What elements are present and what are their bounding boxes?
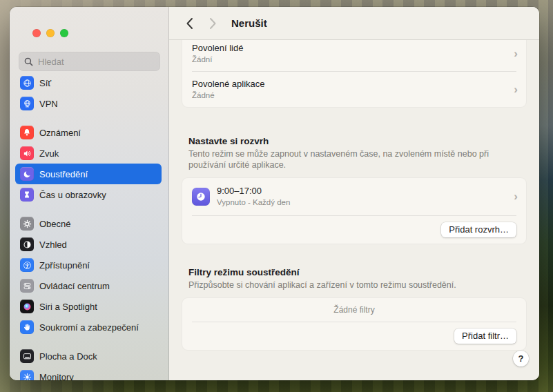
sidebar-item-label: Síť (39, 78, 51, 88)
sidebar-item-oznameni[interactable]: Oznámení (15, 122, 162, 143)
screen-time-hourglass-icon (20, 188, 34, 202)
search-icon (24, 57, 33, 66)
clock-icon (192, 188, 210, 206)
chevron-right-icon: › (514, 47, 518, 59)
sidebar-item-label: Obecné (39, 219, 71, 229)
sidebar-item-zpristupneni[interactable]: Zpřístupnění (15, 255, 162, 275)
accessibility-person-icon (20, 258, 34, 272)
schedule-item-row[interactable]: 9:00–17:00 Vypnuto - Každý den › (182, 178, 526, 215)
allowed-apps-row[interactable]: Povolené aplikace Žádné › (182, 72, 526, 107)
sidebar-item-label: Soustředění (39, 169, 88, 179)
sidebar-item-label: VPN (39, 99, 58, 109)
sidebar-item-vzhled[interactable]: Vzhled (15, 234, 162, 255)
allowed-card: Povolení lidé Žádní › Povolené aplikace … (182, 40, 527, 108)
sidebar-item-ovladaci-centrum[interactable]: Ovládací centrum (15, 275, 162, 296)
chevron-right-icon: › (514, 83, 518, 95)
sidebar-item-monitory[interactable]: Monitory (15, 366, 162, 380)
sidebar-item-label: Zpřístupnění (39, 260, 90, 271)
page-title: Nerušit (231, 17, 267, 29)
sound-speaker-icon (20, 146, 34, 160)
sidebar-group: Plocha a DockMonitory (15, 346, 162, 380)
sidebar-item-vpn[interactable]: VPN (15, 93, 162, 114)
filters-section-heading: Filtry režimu soustředění (188, 267, 520, 277)
zoom-button[interactable] (60, 29, 68, 37)
row-title: Povolené aplikace (192, 78, 505, 90)
window-controls (32, 29, 68, 37)
filters-card: Žádné filtry Přidat filtr… (182, 297, 527, 351)
sidebar-item-label: Zvuk (39, 148, 59, 159)
general-gear-icon (20, 217, 34, 231)
chevron-right-icon: › (514, 190, 518, 202)
desktop-dock-icon (20, 349, 34, 363)
system-settings-window: SíťVPNOznámeníZvukSoustředěníČas u obraz… (10, 7, 539, 380)
help-button[interactable]: ? (513, 351, 529, 366)
sidebar-item-sit[interactable]: Síť (15, 72, 162, 93)
sidebar-item-obecne[interactable]: Obecné (15, 213, 162, 234)
add-schedule-button[interactable]: Přidat rozvrh… (441, 222, 516, 237)
search-field[interactable] (19, 52, 160, 71)
settings-content: Povolení lidé Žádní › Povolené aplikace … (169, 40, 539, 380)
sidebar-item-plocha-a-dock[interactable]: Plocha a Dock (15, 346, 162, 366)
schedule-section-heading: Nastavte si rozvrh (188, 136, 520, 146)
sidebar-item-zvuk[interactable]: Zvuk (15, 143, 162, 164)
allowed-people-row[interactable]: Povolení lidé Žádní › (182, 40, 526, 71)
focus-moon-icon (20, 167, 34, 181)
sidebar-group: ObecnéVzhledZpřístupněníOvládací centrum… (15, 213, 162, 337)
control-center-toggles-icon (20, 279, 34, 293)
sidebar-group: OznámeníZvukSoustředěníČas u obrazovky (15, 122, 162, 205)
filters-empty-label: Žádné filtry (182, 298, 526, 322)
row-subtitle: Žádní (192, 55, 505, 65)
privacy-hand-icon (20, 320, 34, 334)
sidebar-item-cas-u-obrazovky[interactable]: Čas u obrazovky (15, 184, 162, 205)
schedule-status: Vypnuto - Každý den (217, 197, 290, 208)
siri-orb-icon (20, 300, 34, 313)
chevron-right-icon (209, 17, 217, 30)
row-title: Povolení lidé (192, 42, 505, 54)
sidebar-item-soukromi-a-zabezpeceni[interactable]: Soukromí a zabezpečení (15, 317, 162, 337)
schedule-section-description: Tento režim se může zapnout v nastaveném… (188, 148, 520, 170)
schedule-button-row: Přidat rozvrh… (182, 216, 526, 244)
sidebar-item-label: Siri a Spotlight (39, 302, 97, 312)
main-panel: Nerušit Povolení lidé Žádní › Povolené a… (169, 7, 539, 380)
sidebar-item-label: Oznámení (39, 128, 81, 138)
sidebar-item-siri-a-spotlight[interactable]: Siri a Spotlight (15, 296, 162, 317)
network-globe-icon (20, 76, 34, 90)
notifications-bell-icon (20, 126, 34, 139)
sidebar-nav: SíťVPNOznámeníZvukSoustředěníČas u obraz… (15, 72, 162, 380)
add-filter-button[interactable]: Přidat filtr… (454, 329, 516, 344)
forward-button[interactable] (205, 14, 220, 32)
minimize-button[interactable] (46, 29, 55, 37)
sidebar-item-label: Vzhled (39, 239, 67, 250)
sidebar: SíťVPNOznámeníZvukSoustředěníČas u obraz… (10, 7, 169, 380)
chevron-left-icon (186, 17, 193, 30)
sidebar-item-label: Ovládací centrum (39, 281, 110, 291)
schedule-time: 9:00–17:00 (217, 186, 290, 197)
sidebar-group: SíťVPN (15, 72, 162, 114)
sidebar-item-label: Monitory (39, 372, 74, 381)
titlebar: Nerušit (169, 7, 539, 40)
row-subtitle: Žádné (192, 90, 505, 101)
displays-brightness-icon (20, 370, 34, 380)
schedule-card: 9:00–17:00 Vypnuto - Každý den › Přidat … (182, 177, 527, 244)
sidebar-item-label: Soukromí a zabezpečení (39, 322, 139, 333)
back-button[interactable] (182, 14, 197, 32)
sidebar-item-soustredeni[interactable]: Soustředění (15, 164, 162, 184)
sidebar-item-label: Plocha a Dock (39, 351, 97, 362)
filters-section-description: Přizpůsobte si chování aplikací a zaříze… (188, 280, 520, 291)
search-input[interactable] (37, 56, 155, 68)
sidebar-item-label: Čas u obrazovky (39, 190, 106, 200)
close-button[interactable] (32, 29, 41, 37)
filters-button-row: Přidat filtr… (182, 322, 526, 350)
desktop-wallpaper: SíťVPNOznámeníZvukSoustředěníČas u obraz… (0, 0, 553, 392)
appearance-contrast-icon (20, 237, 34, 251)
vpn-globe-icon (20, 97, 34, 110)
